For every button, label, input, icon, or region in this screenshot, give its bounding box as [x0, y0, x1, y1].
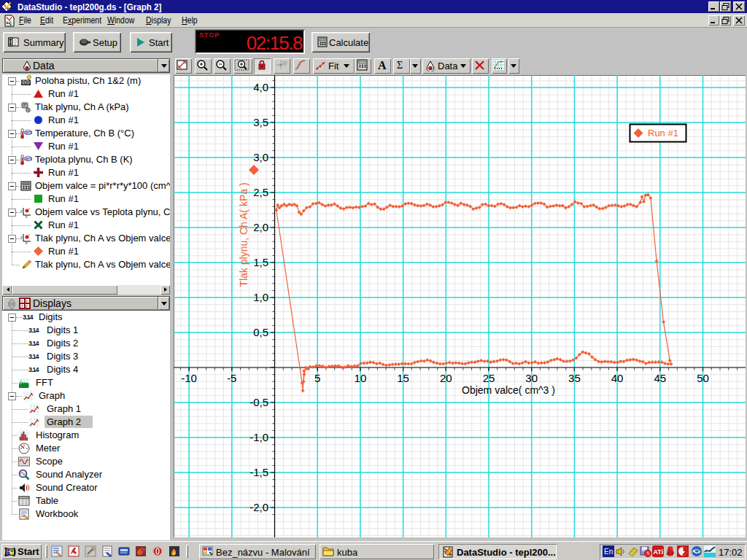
svg-text:40: 40: [611, 372, 624, 384]
svg-text:y: y: [20, 209, 23, 213]
svg-text:A: A: [378, 59, 387, 71]
svg-text:10: 10: [355, 372, 367, 384]
svg-text:0,5: 0,5: [253, 326, 268, 338]
svg-text:35: 35: [568, 372, 581, 384]
svg-text:RTD: RTD: [25, 157, 32, 161]
svg-text:-2,0: -2,0: [249, 501, 268, 513]
svg-text:-5: -5: [227, 372, 236, 384]
svg-text:45: 45: [654, 372, 666, 384]
svg-text:-10: -10: [181, 372, 197, 384]
svg-text:-1,0: -1,0: [249, 431, 268, 443]
svg-text:5: 5: [314, 372, 320, 384]
svg-text:Σ: Σ: [397, 60, 403, 71]
svg-text:3.14: 3.14: [23, 314, 34, 321]
svg-text:3.14: 3.14: [28, 340, 39, 347]
svg-text:3,0: 3,0: [253, 151, 268, 163]
svg-text:20: 20: [440, 372, 452, 384]
svg-text:y: y: [20, 235, 23, 239]
svg-text:xy: xy: [282, 60, 287, 66]
svg-text:3,5: 3,5: [253, 116, 268, 128]
svg-text:2,5: 2,5: [253, 186, 268, 198]
svg-text:RTD: RTD: [25, 131, 32, 135]
svg-text:3.14: 3.14: [28, 353, 39, 360]
svg-text:1,0: 1,0: [253, 291, 268, 303]
svg-text:Run #1: Run #1: [648, 128, 678, 139]
svg-text:3.14: 3.14: [28, 327, 39, 334]
svg-text:3.14: 3.14: [28, 366, 39, 373]
svg-text:-0,5: -0,5: [249, 396, 268, 408]
svg-text:ATi: ATi: [654, 548, 664, 556]
svg-text:4,0: 4,0: [253, 81, 268, 93]
svg-text:38: 38: [641, 548, 646, 552]
svg-text:50: 50: [697, 372, 709, 384]
svg-text:En: En: [604, 548, 613, 556]
svg-text:2,0: 2,0: [253, 221, 268, 233]
svg-text:-1,5: -1,5: [249, 466, 268, 478]
svg-text:Tlak plynu, Ch A( kPa ): Tlak plynu, Ch A( kPa ): [238, 182, 249, 287]
svg-text:1,5: 1,5: [253, 256, 268, 268]
svg-text:Objem valce( cm^3 ): Objem valce( cm^3 ): [462, 384, 555, 396]
svg-text:30: 30: [525, 372, 538, 384]
svg-text:25: 25: [483, 372, 495, 384]
svg-text:15: 15: [397, 372, 409, 384]
